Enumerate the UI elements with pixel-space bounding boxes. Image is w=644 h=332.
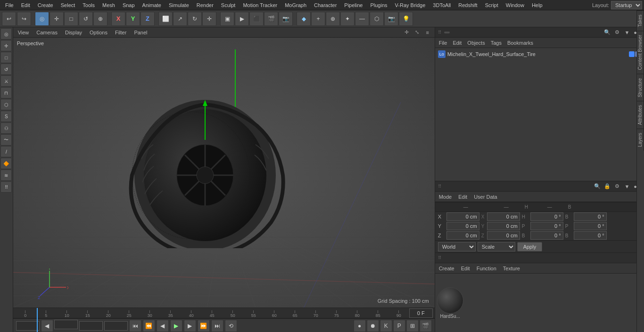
attr-mode-tab[interactable]: Mode [437, 193, 454, 201]
obj-toolbar-objects[interactable]: Objects [465, 39, 487, 47]
material-create-tab[interactable]: Create [437, 265, 456, 272]
attr-collapse-btn[interactable]: ▼ [623, 182, 631, 191]
x-axis-button[interactable]: X [111, 12, 125, 26]
menu-file[interactable]: File [2, 1, 17, 9]
frame-minus-btn[interactable]: ◀ [41, 320, 53, 332]
render-region-button[interactable]: ⬛ [249, 12, 264, 26]
tab-layers[interactable]: Layers [637, 129, 644, 151]
viewport-icon-crosshair[interactable]: ✛ [403, 28, 411, 37]
coord-z-pos[interactable] [446, 231, 479, 240]
tab-content-browser[interactable]: Content Browser [637, 31, 644, 73]
anim-grid-btn[interactable]: ⊞ [406, 320, 419, 332]
viewport-menu-view[interactable]: View [16, 29, 31, 36]
tab-attributes[interactable]: Attributes [637, 101, 644, 129]
attr-userdata-tab[interactable]: User Data [472, 193, 499, 201]
obj-settings-btn[interactable]: ⚙ [613, 28, 621, 37]
viewport-menu-cameras[interactable]: Cameras [34, 29, 59, 36]
menu-motion-tracker[interactable]: Motion Tracker [239, 1, 281, 9]
coord-y-rot[interactable] [487, 222, 520, 230]
sidebar-sculpt-btn[interactable]: 🔶 [0, 158, 12, 169]
view-add-button[interactable]: + [311, 12, 325, 26]
sidebar-bool-btn[interactable]: ⊓ [0, 87, 12, 98]
rotate-mode-button[interactable]: ↺ [79, 12, 93, 26]
apply-button[interactable]: Apply [517, 242, 543, 251]
obj-item-tire[interactable]: Lo Michelin_X_Tweel_Hard_Surface_Tire [436, 49, 643, 59]
viewport-menu-panel[interactable]: Panel [132, 29, 149, 36]
menu-render[interactable]: Render [193, 1, 217, 9]
obj-toolbar-edit[interactable]: Edit [451, 39, 463, 47]
view-hex-button[interactable]: ⬡ [370, 12, 384, 26]
play-btn[interactable]: ▶ [170, 320, 182, 332]
menu-mesh[interactable]: Mesh [99, 1, 118, 9]
coord-x-rot[interactable] [487, 212, 520, 221]
next-frame-btn[interactable]: ▶ [184, 320, 196, 332]
render-button[interactable]: ▶ [235, 12, 249, 26]
point-mode-button[interactable]: ✛ [202, 12, 216, 26]
move-mode-button[interactable]: ✛ [50, 12, 64, 26]
coord-y-pos[interactable] [446, 222, 479, 230]
coord-b-val2[interactable] [530, 231, 563, 240]
attr-lock-btn[interactable]: 🔒 [603, 182, 611, 191]
menu-window[interactable]: Window [503, 1, 528, 9]
menu-create[interactable]: Create [34, 1, 57, 9]
edge-mode-button[interactable]: ↻ [188, 12, 202, 26]
menu-edit[interactable]: Edit [18, 1, 33, 9]
coord-b-val[interactable] [574, 212, 607, 221]
obj-search-btn[interactable]: 🔍 [603, 28, 611, 37]
viewport-menu-display[interactable]: Display [63, 29, 84, 36]
scale-select[interactable]: Scale [478, 242, 515, 251]
frame-end2-input[interactable]: 90 F [104, 321, 128, 331]
coord-pb-val[interactable] [574, 222, 607, 230]
view-light-button[interactable]: 💡 [399, 12, 413, 26]
coord-b3-val[interactable] [574, 231, 607, 240]
sidebar-hair-btn[interactable]: ≋ [0, 170, 12, 181]
anim-record-btn[interactable]: ● [354, 320, 366, 332]
prev-frame-btn[interactable]: ◀ [157, 320, 169, 332]
coord-p-val[interactable] [530, 222, 563, 230]
sidebar-pen-btn[interactable]: / [0, 146, 12, 157]
obj-toolbar-tags[interactable]: Tags [489, 39, 504, 47]
obj-toolbar-file[interactable]: File [437, 39, 449, 47]
go-prev-key-btn[interactable]: ⏪ [143, 320, 155, 332]
material-swatch[interactable] [437, 287, 463, 314]
sidebar-move-btn[interactable]: ✛ [0, 40, 12, 51]
menu-character[interactable]: Character [311, 1, 340, 9]
sidebar-particle-btn[interactable]: ⠿ [0, 181, 12, 193]
coord-h-val[interactable] [530, 212, 563, 221]
obj-collapse-btn[interactable]: ▼ [623, 28, 631, 37]
sidebar-magnet-btn[interactable]: ⚇ [0, 122, 12, 134]
view-persp-button[interactable]: ◆ [297, 12, 311, 26]
viewport-menu-options[interactable]: Options [88, 29, 109, 36]
menu-vray[interactable]: V-Ray Bridge [392, 1, 429, 9]
menu-plugins[interactable]: Plugins [367, 1, 390, 9]
tab-structure[interactable]: Structure [637, 74, 644, 101]
anim-film-btn[interactable]: 🎬 [420, 320, 432, 332]
frame-current-input[interactable]: 0 F [54, 320, 78, 329]
coord-x-pos[interactable] [446, 212, 479, 221]
anim-auto-btn[interactable]: ⏺ [367, 320, 379, 332]
sidebar-knife-btn[interactable]: ⚔ [0, 75, 12, 87]
material-function-tab[interactable]: Function [475, 265, 498, 272]
tab-takes[interactable]: Takes [637, 10, 644, 31]
redo-button[interactable]: ↪ [17, 12, 31, 26]
menu-mograph[interactable]: MoGraph [281, 1, 310, 9]
view-snap-button[interactable]: ✦ [340, 12, 355, 26]
y-axis-button[interactable]: Y [126, 12, 140, 26]
menu-sculpt[interactable]: Sculpt [218, 1, 239, 9]
viewport-icon-arrows[interactable]: ⤡ [413, 28, 421, 37]
material-texture-tab[interactable]: Texture [501, 265, 522, 272]
render-view-button[interactable]: ▣ [220, 12, 234, 26]
viewport-icon-menu[interactable]: ≡ [423, 28, 432, 37]
current-frame-input[interactable] [409, 308, 433, 318]
transform-mode-button[interactable]: ⊕ [93, 12, 107, 26]
viewport-menu-filter[interactable]: Filter [113, 29, 128, 36]
menu-script[interactable]: Script [482, 1, 502, 9]
sidebar-polygon-btn[interactable]: ⬡ [0, 99, 12, 110]
attr-edit-tab[interactable]: Edit [456, 193, 469, 201]
material-edit-tab[interactable]: Edit [459, 265, 472, 272]
menu-tools[interactable]: Tools [79, 1, 98, 9]
world-select[interactable]: World [438, 242, 476, 251]
layout-select[interactable]: Startup [611, 1, 642, 9]
obj-dot-visible[interactable] [629, 51, 635, 57]
z-axis-button[interactable]: Z [140, 12, 155, 26]
